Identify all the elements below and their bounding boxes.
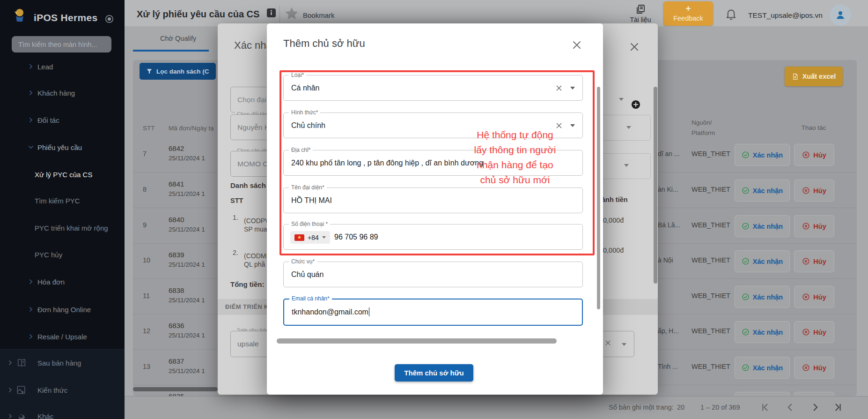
sidebar-item-kien-thuc[interactable]: Kiến thức <box>0 384 125 396</box>
chevron-down-icon[interactable] <box>622 343 626 346</box>
cell-order: 6836 <box>169 322 184 329</box>
horizontal-scrollbar[interactable] <box>133 387 218 391</box>
confirm-button[interactable]: Xác nhận <box>735 286 790 308</box>
stt-label: STT <box>230 197 243 204</box>
prev-page-icon[interactable] <box>785 402 795 412</box>
check-circle-icon <box>742 293 750 301</box>
filter-button[interactable]: Lọc danh sách (C <box>140 63 216 80</box>
cell-city: dĩ an ... <box>658 150 680 157</box>
notifications-bell-icon[interactable] <box>725 7 737 21</box>
cancel-button[interactable]: Hủy <box>794 250 834 272</box>
form-select[interactable]: Hình thức* Chủ chính <box>283 112 583 138</box>
cell-date: 25/11/2024 1 <box>169 261 205 268</box>
clear-icon[interactable] <box>555 122 563 129</box>
email-field[interactable]: Email cá nhân* tknhandon@gmail.com <box>283 299 583 326</box>
divider <box>280 6 280 22</box>
cell-city: Tỉnh ... <box>658 363 678 370</box>
sidebar-item-sau-ban-hang[interactable]: Sau bán hàng <box>0 357 125 368</box>
cancel-button[interactable]: Hủy <box>794 357 834 379</box>
close-icon[interactable] <box>629 41 640 52</box>
next-page-icon[interactable] <box>810 402 820 412</box>
first-page-icon[interactable] <box>760 402 770 412</box>
chevron-down-icon[interactable] <box>570 124 575 127</box>
cancel-button[interactable]: Hủy <box>794 144 834 166</box>
per-page-select[interactable]: 20 <box>677 404 684 411</box>
col-header-source-2: Platform <box>691 129 715 136</box>
type-select[interactable]: Loại* Cá nhân <box>283 75 583 101</box>
x-circle-icon <box>802 151 810 159</box>
cancel-button[interactable]: Hủy <box>794 180 834 202</box>
sidebar-item-khach-hang[interactable]: Khách hàng <box>0 87 125 98</box>
record-icon[interactable] <box>105 15 114 23</box>
cell-city: Bá Lâ... <box>658 221 680 229</box>
service-item-line: (CODPV <box>244 217 269 225</box>
gear-icon <box>16 411 26 419</box>
export-excel-button[interactable]: Xuất excel <box>785 67 843 86</box>
info-icon[interactable] <box>267 8 276 17</box>
docs-button[interactable]: Tài liệu <box>626 4 655 23</box>
cell-stt: 11 <box>143 292 150 299</box>
cell-stt: 10 <box>143 256 150 264</box>
confirm-button[interactable]: Xác nhận <box>735 180 790 202</box>
cancel-button[interactable]: Hủy <box>794 286 834 308</box>
per-page-label: Số bản ghi một trang: <box>609 404 674 411</box>
confirm-button[interactable]: Xác nhận <box>735 144 790 166</box>
chevron-down-icon[interactable] <box>624 164 629 167</box>
country-code-selector[interactable]: +84 <box>290 231 330 244</box>
sidebar-item-khac[interactable]: Khác <box>0 411 125 419</box>
check-circle-icon <box>742 222 750 230</box>
rep-name-field[interactable]: Tên đại diện* HỒ THỊ MAI <box>283 187 583 213</box>
clear-icon[interactable] <box>555 84 563 92</box>
confirm-button[interactable]: Xác nhận <box>735 357 790 379</box>
sidebar-item-doi-tac[interactable]: Đối tác <box>0 114 125 126</box>
chevron-right-icon <box>7 413 13 419</box>
add-icon[interactable] <box>631 100 640 109</box>
funnel-icon <box>146 68 153 75</box>
user-email: TEST_upsale@ipos.vn <box>748 11 823 20</box>
sidebar-item-pyc-huy[interactable]: PYC hủy <box>0 249 125 260</box>
address-field[interactable]: Địa chỉ* 240 khu phố tân long , p tân đô… <box>283 150 583 176</box>
sidebar-item-resale-upsale[interactable]: Resale / Upsale <box>0 331 125 342</box>
last-page-icon[interactable] <box>833 402 843 412</box>
sidebar-item-xu-ly-pyc[interactable]: Xử lý PYC của CS <box>0 169 125 180</box>
search-input[interactable] <box>12 36 111 52</box>
phone-field[interactable]: Số điện thoại * +84 96 705 96 89 <box>283 224 583 250</box>
position-field[interactable]: Chức vụ* Chủ quán <box>283 262 583 287</box>
avatar[interactable] <box>830 4 851 26</box>
sidebar-item-phieu-yeu-cau[interactable]: Phiếu yêu cầu <box>0 142 125 153</box>
cancel-button[interactable]: Hủy <box>794 215 834 237</box>
chevron-down-icon[interactable] <box>570 87 575 90</box>
confirm-button[interactable]: Xác nhận <box>735 321 790 343</box>
col-header-stt: STT <box>143 125 155 132</box>
dialog-horizontal-scrollbar[interactable] <box>277 338 557 344</box>
close-icon[interactable] <box>571 39 582 51</box>
amount-value: 0,000đ <box>603 217 624 224</box>
cell-date: 25/11/2024 1 <box>169 190 205 197</box>
total-label: Tổng tiền: <box>230 280 264 288</box>
clear-icon[interactable] <box>604 339 611 346</box>
cancel-button[interactable]: Hủy <box>794 321 834 343</box>
tab-cho-qualify[interactable]: Chờ Qualify <box>160 35 196 42</box>
person-icon <box>834 9 846 21</box>
cell-city: à Nội <box>658 256 673 264</box>
x-circle-icon <box>802 293 810 301</box>
add-owner-submit-button[interactable]: Thêm chủ sở hữu <box>395 364 473 382</box>
sidebar-item-lead[interactable]: Lead <box>0 61 125 72</box>
cell-date: 25/11/2024 1 <box>169 226 205 233</box>
feedback-button[interactable]: + Feedback <box>663 1 713 26</box>
sidebar-item-hoa-don[interactable]: Hóa đơn <box>0 276 125 287</box>
app-root: iPOS Hermes Lead Khách hàng Đối tác Phiế… <box>0 0 868 419</box>
x-circle-icon <box>802 222 810 230</box>
chevron-down-icon[interactable] <box>619 98 624 101</box>
sidebar-item-pyc-trien-khai[interactable]: PYC triển khai mở rộng <box>0 222 125 233</box>
x-circle-icon <box>802 328 810 336</box>
cell-order: 6838 <box>169 286 184 294</box>
confirm-button[interactable]: Xác nhận <box>735 250 790 272</box>
dialog-vertical-scrollbar[interactable] <box>597 87 600 309</box>
chevron-down-icon[interactable] <box>626 126 631 129</box>
dialog-scrollbar[interactable] <box>654 87 657 284</box>
confirm-button[interactable]: Xác nhận <box>735 215 790 237</box>
sidebar-item-don-hang-online[interactable]: Đơn hàng Online <box>0 304 125 315</box>
sidebar-item-tim-kiem-pyc[interactable]: Tìm kiếm PYC <box>0 195 125 206</box>
bookmark-star-icon[interactable] <box>284 6 300 22</box>
